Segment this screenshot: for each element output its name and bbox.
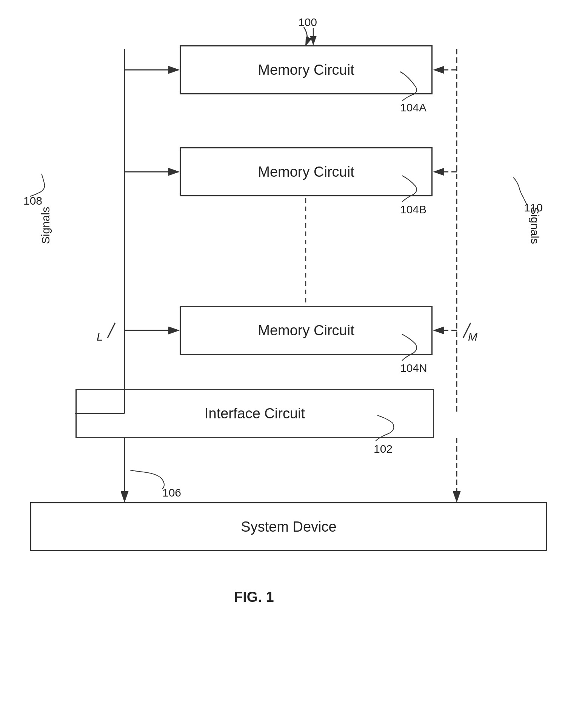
ref-108: 108 [23, 194, 42, 207]
ref-106: 106 [162, 486, 181, 499]
ic-102-label: Interface Circuit [205, 406, 305, 422]
system-device-106: System Device [30, 502, 547, 551]
ref-M: M [468, 330, 477, 343]
sd-106-label: System Device [241, 519, 336, 535]
signals-right-label: Signals [528, 207, 541, 244]
ref-104A: 104A [400, 101, 426, 114]
mc-104N-label: Memory Circuit [258, 322, 354, 339]
memory-circuit-104N: Memory Circuit [180, 306, 433, 355]
signals-left-label: Signals [39, 207, 52, 244]
ref-L: L [97, 330, 103, 343]
memory-circuit-104B: Memory Circuit [180, 147, 433, 196]
ref-104B: 104B [400, 203, 426, 216]
diagram-svg [0, 0, 582, 728]
diagram-container: Memory Circuit Memory Circuit Memory Cir… [0, 0, 582, 728]
ref-102: 102 [374, 443, 393, 455]
memory-circuit-104A: Memory Circuit [180, 45, 433, 94]
figure-label: FIG. 1 [234, 589, 274, 605]
interface-circuit-102: Interface Circuit [75, 389, 434, 438]
mc-104A-label: Memory Circuit [258, 62, 354, 78]
ref-100: 100 [298, 16, 317, 29]
ref-104N: 104N [400, 362, 427, 375]
svg-line-13 [108, 323, 115, 338]
mc-104B-label: Memory Circuit [258, 164, 354, 180]
